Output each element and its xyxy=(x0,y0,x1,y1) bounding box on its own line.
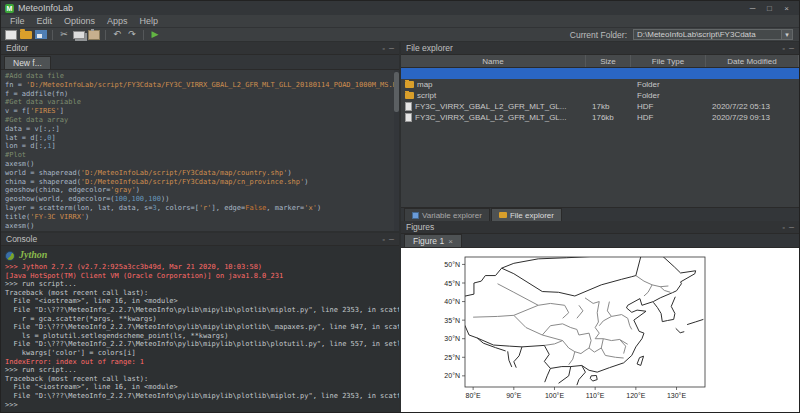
code-line[interactable]: china = shaperead('D:/MeteoInfoLab/scrip… xyxy=(5,178,399,187)
dock-icon[interactable]: ▫ xyxy=(383,45,385,52)
main-area: Editor ▫ ─ New f... #Add data filefn = '… xyxy=(1,42,799,412)
console-line: IndexError: index out of range: 1 xyxy=(5,358,395,367)
chevron-down-icon[interactable]: ▾ xyxy=(781,30,792,39)
dock-icon[interactable]: ▫ xyxy=(783,224,785,231)
menu-options[interactable]: Options xyxy=(58,15,101,27)
code-line[interactable]: #Get data array xyxy=(5,116,399,125)
code-line[interactable]: axesm() xyxy=(5,160,399,169)
new-script-icon[interactable] xyxy=(5,30,17,40)
menu-edit[interactable]: Edit xyxy=(31,15,59,27)
file-date: 2020/7/22 05:13 xyxy=(706,102,799,111)
editor-scrollbar[interactable] xyxy=(394,70,399,231)
console-line: >>> run script... xyxy=(5,280,395,289)
column-header-size[interactable]: Size xyxy=(586,55,631,67)
code-line[interactable]: data = v[:,:] xyxy=(5,125,399,134)
file-size: 17kb xyxy=(586,102,631,111)
figure-canvas[interactable]: 80°E90°E100°E110°E120°E130°E50°N45°N40°N… xyxy=(401,248,799,412)
left-column: Editor ▫ ─ New f... #Add data filefn = '… xyxy=(1,42,399,412)
open-script-icon[interactable] xyxy=(20,31,32,39)
code-line[interactable]: layer = scatterm(lon, lat, data, s=3, co… xyxy=(5,204,399,213)
file-type: Folder xyxy=(631,91,706,100)
tab-figure-1[interactable]: Figure 1 × xyxy=(404,234,462,247)
editor-tab-new-file[interactable]: New f... xyxy=(4,56,51,69)
code-line[interactable]: f = addfile(fn) xyxy=(5,90,399,99)
menu-apps[interactable]: Apps xyxy=(101,15,134,27)
code-line[interactable]: #Add data file xyxy=(5,72,399,81)
console-line: File "<iostream>", line 16, in <module> xyxy=(5,297,395,306)
minimize-panel-icon[interactable]: ─ xyxy=(389,45,394,52)
country-borders xyxy=(447,252,704,385)
y-tick-label: 40°N xyxy=(444,298,460,305)
minimize-panel-icon[interactable]: ─ xyxy=(389,236,394,243)
undo-icon[interactable]: ↶ xyxy=(111,29,123,41)
console-line: ls = plotutil.setlegendscheme_point(ls, … xyxy=(5,332,395,341)
console-line: Traceback (most recent call last): xyxy=(5,375,395,384)
file-type: Folder xyxy=(631,80,706,89)
jython-brand-text: Jython xyxy=(19,251,47,260)
paste-icon[interactable] xyxy=(88,30,100,40)
x-tick-label: 90°E xyxy=(506,392,522,399)
tab-variable-explorer[interactable]: Variable explorer xyxy=(404,208,490,221)
toolbar-icons: ✂↶↷▶ xyxy=(5,29,161,41)
code-line[interactable]: v = f['FIRES'] xyxy=(5,107,399,116)
code-line[interactable]: axesm() xyxy=(5,222,399,231)
minimize-button[interactable]: ─ xyxy=(744,2,761,14)
figures-panel: Figures ▫ ─ Figure 1 × 80°E90°E100°E xyxy=(401,221,799,412)
code-line[interactable]: #Get data variable xyxy=(5,98,399,107)
code-line[interactable]: fn = 'D:/MeteoInfoLab/script/FY3Cdata/FY… xyxy=(5,81,399,90)
file-table-header: NameSizeFile TypeDate Modified xyxy=(401,55,799,68)
code-line[interactable]: geoshow(china, edgecolor='gray') xyxy=(5,186,399,195)
dock-icon[interactable]: ▫ xyxy=(383,236,385,243)
x-tick-label: 120°E xyxy=(626,392,645,399)
current-folder-label: Current Folder: xyxy=(570,30,627,40)
code-line[interactable]: #Plot xyxy=(5,151,399,160)
column-header-name[interactable]: Name xyxy=(401,55,586,67)
meteoinfolab-window: M MeteoInfoLab ─ □ × FileEditOptionsApps… xyxy=(0,0,800,413)
column-header-date-modified[interactable]: Date Modified xyxy=(706,55,799,67)
x-tick-label: 110°E xyxy=(586,392,605,399)
menu-file[interactable]: File xyxy=(4,15,31,27)
editor-tab-label: New f... xyxy=(13,58,42,68)
code-line[interactable]: geoshow(world, edgecolor=(100,100,100)) xyxy=(5,195,399,204)
cut-icon[interactable]: ✂ xyxy=(58,29,70,41)
file-row[interactable]: scriptFolder xyxy=(401,90,799,101)
file-explorer-title: File explorer xyxy=(406,43,453,53)
code-line[interactable]: lat = d[:,0] xyxy=(5,134,399,143)
file-row[interactable] xyxy=(401,68,799,79)
file-explorer-panel: File explorer ▫ ─ NameSizeFile TypeDate … xyxy=(401,42,799,207)
code-line[interactable]: title('FY-3C VIRRX') xyxy=(5,213,399,222)
close-button[interactable]: × xyxy=(778,2,795,14)
column-header-file-type[interactable]: File Type xyxy=(631,55,706,67)
console-line: File "<iostream>", line 16, in <module> xyxy=(5,383,395,392)
console-line: File "D:\???\MeteoInfo_2.2.7\MeteoInfo\p… xyxy=(5,323,395,332)
code-line[interactable]: lon = d[:,1] xyxy=(5,142,399,151)
redo-icon[interactable]: ↷ xyxy=(126,29,138,41)
console-output[interactable]: Jython >>> Jython 2.7.2 (v2.7.2:925a3cc3… xyxy=(1,246,399,412)
tab-file-explorer[interactable]: File explorer xyxy=(491,208,562,221)
dock-icon[interactable]: ▫ xyxy=(783,45,785,52)
copy-icon[interactable] xyxy=(73,31,85,39)
file-icon xyxy=(405,113,412,122)
menu-help[interactable]: Help xyxy=(134,15,165,27)
file-name: FY3C_VIRRX_GBAL_L2_GFR_MLT_GL... xyxy=(415,113,566,122)
folder-icon xyxy=(405,92,414,99)
save-script-icon[interactable] xyxy=(35,30,47,39)
close-tab-icon[interactable]: × xyxy=(448,237,453,246)
file-table-body: mapFolderscriptFolderFY3C_VIRRX_GBAL_L2_… xyxy=(401,68,799,207)
run-script-icon[interactable]: ▶ xyxy=(149,29,161,41)
current-folder-combobox[interactable]: D:\MeteoInfoLab\script\FY3Cdata ▾ xyxy=(633,29,793,40)
console-panel: Console ▫ ─ Jython >>> Jython 2.7.2 (v2.… xyxy=(1,233,399,412)
toolbar: ✂↶↷▶ Current Folder: D:\MeteoInfoLab\scr… xyxy=(1,28,799,42)
minimize-panel-icon[interactable]: ─ xyxy=(789,224,794,231)
code-line[interactable]: world = shaperead('D:/MeteoInfoLab/scrip… xyxy=(5,169,399,178)
maximize-button[interactable]: □ xyxy=(761,2,778,14)
file-row[interactable]: FY3C_VIRRX_GBAL_L2_GFR_MLT_GL...176kbHDF… xyxy=(401,112,799,123)
x-tick-label: 100°E xyxy=(545,392,564,399)
minimize-panel-icon[interactable]: ─ xyxy=(789,45,794,52)
file-row[interactable]: FY3C_VIRRX_GBAL_L2_GFR_MLT_GL...17kbHDF2… xyxy=(401,101,799,112)
file-size: 176kb xyxy=(586,113,631,122)
y-tick-label: 25°N xyxy=(444,354,460,361)
code-editor[interactable]: #Add data filefn = 'D:/MeteoInfoLab/scri… xyxy=(1,70,399,231)
map-figure: 80°E90°E100°E110°E120°E130°E50°N45°N40°N… xyxy=(401,248,799,412)
file-row[interactable]: mapFolder xyxy=(401,79,799,90)
